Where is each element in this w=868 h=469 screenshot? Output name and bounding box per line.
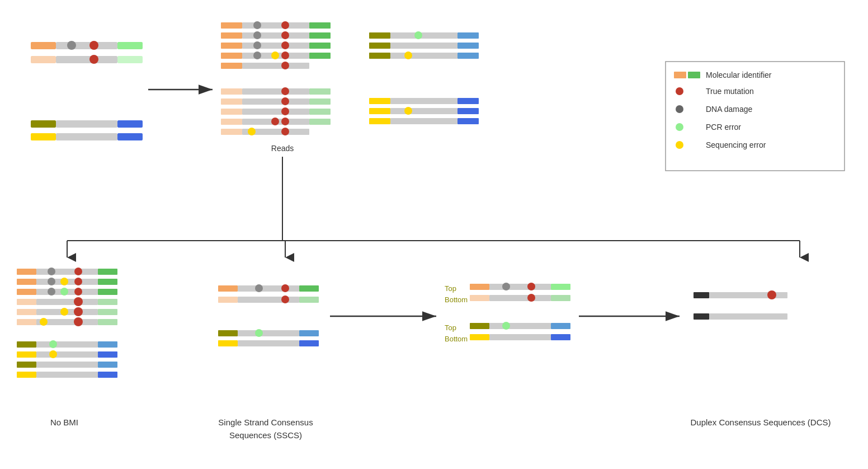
svg-rect-155 <box>218 340 238 346</box>
svg-point-171 <box>502 322 510 330</box>
svg-rect-142 <box>218 285 238 292</box>
svg-point-15 <box>89 55 98 64</box>
svg-rect-78 <box>369 53 390 59</box>
svg-rect-134 <box>98 351 117 358</box>
svg-rect-56 <box>309 99 331 105</box>
svg-rect-147 <box>218 297 238 303</box>
svg-point-113 <box>74 288 82 296</box>
top-label-2: Top <box>445 323 456 332</box>
svg-rect-91 <box>457 118 479 124</box>
svg-rect-156 <box>238 340 299 346</box>
svg-rect-168 <box>470 323 489 329</box>
svg-point-45 <box>271 51 279 59</box>
svg-rect-58 <box>221 109 242 115</box>
svg-point-69 <box>248 128 256 135</box>
svg-rect-143 <box>238 285 299 292</box>
svg-rect-28 <box>309 22 331 29</box>
svg-rect-47 <box>221 63 242 69</box>
svg-rect-130 <box>98 341 117 348</box>
svg-rect-26 <box>221 22 242 29</box>
bottom-label-1: Bottom <box>445 296 468 304</box>
svg-rect-59 <box>242 109 309 115</box>
svg-point-167 <box>527 294 535 302</box>
legend-molecular: Molecular identifier <box>706 71 772 79</box>
svg-rect-31 <box>221 32 242 39</box>
svg-rect-62 <box>221 119 242 125</box>
svg-rect-132 <box>17 351 36 358</box>
svg-rect-17 <box>56 120 117 128</box>
svg-point-111 <box>48 288 55 296</box>
svg-rect-82 <box>369 98 390 104</box>
svg-rect-79 <box>390 53 457 59</box>
svg-rect-159 <box>470 284 489 290</box>
svg-rect-51 <box>242 88 309 95</box>
svg-rect-33 <box>309 32 331 39</box>
reads-label: Reads <box>271 144 294 153</box>
svg-point-74 <box>414 31 422 39</box>
svg-point-5 <box>676 123 683 131</box>
svg-rect-173 <box>489 334 551 340</box>
svg-rect-84 <box>457 98 479 104</box>
svg-point-57 <box>281 97 289 105</box>
svg-rect-52 <box>309 88 331 95</box>
svg-rect-1 <box>674 72 686 78</box>
svg-rect-110 <box>98 289 117 295</box>
svg-rect-76 <box>390 43 457 49</box>
svg-rect-115 <box>36 299 98 305</box>
svg-point-163 <box>527 283 535 290</box>
svg-rect-151 <box>218 330 238 336</box>
svg-rect-41 <box>221 53 242 59</box>
svg-rect-136 <box>17 362 36 368</box>
svg-rect-98 <box>36 269 98 275</box>
svg-point-112 <box>60 288 68 296</box>
svg-rect-67 <box>221 129 242 135</box>
svg-rect-116 <box>98 299 117 305</box>
svg-point-39 <box>253 41 261 49</box>
svg-rect-141 <box>98 372 117 378</box>
svg-point-6 <box>676 141 683 149</box>
svg-point-154 <box>255 329 263 337</box>
svg-rect-152 <box>238 330 299 336</box>
svg-point-106 <box>60 278 68 285</box>
svg-point-61 <box>281 107 289 115</box>
svg-point-146 <box>281 284 289 292</box>
svg-rect-50 <box>221 88 242 95</box>
svg-point-122 <box>74 307 83 316</box>
svg-point-49 <box>281 62 289 69</box>
svg-rect-179 <box>694 313 709 320</box>
svg-rect-140 <box>36 372 98 378</box>
svg-point-126 <box>40 318 48 326</box>
svg-rect-83 <box>390 98 457 104</box>
svg-rect-133 <box>36 351 98 358</box>
svg-rect-157 <box>299 340 319 346</box>
svg-point-81 <box>404 51 412 59</box>
svg-rect-19 <box>31 133 56 140</box>
svg-rect-60 <box>309 109 331 115</box>
sscs-label-line1: Single Strand Consensus <box>218 418 313 427</box>
svg-rect-176 <box>694 292 709 298</box>
svg-rect-16 <box>31 120 56 128</box>
svg-rect-129 <box>36 341 98 348</box>
svg-rect-13 <box>56 56 117 63</box>
legend-true-mutation: True mutation <box>706 87 754 96</box>
svg-rect-102 <box>17 279 36 285</box>
svg-rect-73 <box>457 32 479 39</box>
legend-sequencing-error: Sequencing error <box>706 140 766 149</box>
svg-rect-144 <box>299 285 319 292</box>
svg-point-35 <box>281 31 289 39</box>
svg-rect-180 <box>709 313 787 320</box>
svg-rect-169 <box>489 323 551 329</box>
svg-rect-9 <box>117 42 143 49</box>
svg-rect-27 <box>242 22 309 29</box>
svg-point-29 <box>253 21 261 29</box>
svg-point-46 <box>281 51 289 59</box>
svg-rect-54 <box>221 99 242 105</box>
svg-rect-72 <box>390 32 457 39</box>
svg-point-150 <box>281 296 289 303</box>
svg-point-101 <box>74 268 82 275</box>
svg-point-65 <box>271 118 279 125</box>
svg-rect-71 <box>369 32 390 39</box>
svg-rect-87 <box>457 108 479 114</box>
svg-rect-172 <box>470 334 489 340</box>
svg-point-131 <box>49 340 57 348</box>
